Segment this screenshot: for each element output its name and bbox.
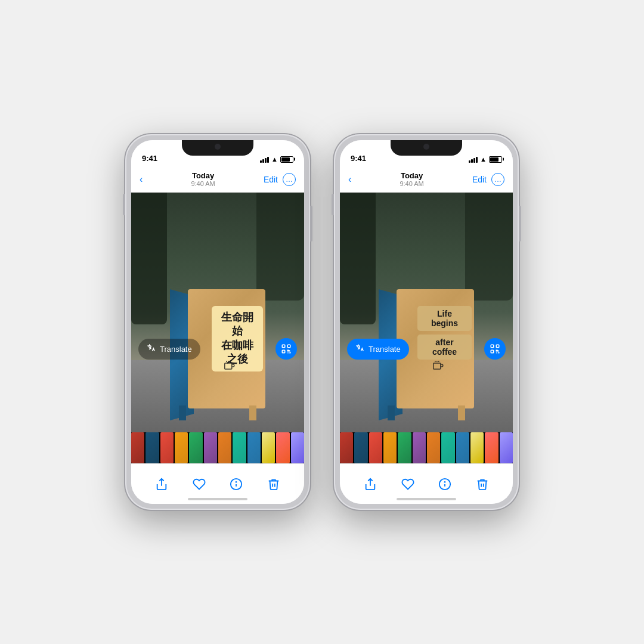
wifi-icon-right: ▲ <box>480 156 487 163</box>
english-line1: Life begins <box>417 306 472 331</box>
thumb-5[interactable] <box>189 432 202 463</box>
status-time-right: 9:41 <box>351 154 366 163</box>
rthumb-1[interactable] <box>340 432 353 463</box>
thumb-11[interactable] <box>276 432 289 463</box>
svg-rect-11 <box>434 363 441 369</box>
thumb-12[interactable] <box>291 432 304 463</box>
nav-center-left: Today 9:40 AM <box>191 171 215 187</box>
svg-rect-17 <box>491 350 494 353</box>
signal-icon-left <box>260 156 269 163</box>
bg-tree-left-r <box>340 193 376 324</box>
more-icon-left: … <box>286 175 293 184</box>
sign-foot-right-r <box>458 405 465 420</box>
nav-title-right: Today <box>400 171 423 180</box>
back-icon-right: ‹ <box>348 174 351 185</box>
info-button-right[interactable] <box>436 476 453 493</box>
back-icon-left: ‹ <box>140 174 143 185</box>
rthumb-4[interactable] <box>383 432 397 463</box>
status-icons-right: ▲ <box>469 156 502 163</box>
nav-title-left: Today <box>191 171 215 180</box>
rthumb-2[interactable] <box>354 432 367 463</box>
nav-bar-right: ‹ Today 9:40 AM Edit … <box>340 166 513 193</box>
rthumb-9[interactable] <box>456 432 469 463</box>
rthumb-5[interactable] <box>398 432 411 463</box>
like-button-left[interactable] <box>191 476 208 493</box>
svg-rect-15 <box>491 345 494 348</box>
bg-tree-right <box>256 193 304 301</box>
thumb-3[interactable] <box>160 432 174 463</box>
coffee-icon-left <box>222 358 237 376</box>
nav-more-right[interactable]: … <box>491 173 504 186</box>
photo-area-left: 生命開始 在咖啡之後 <box>131 193 304 432</box>
nav-edit-left[interactable]: Edit <box>264 175 278 184</box>
thumb-10[interactable] <box>262 432 275 463</box>
thumb-2[interactable] <box>145 432 159 463</box>
photo-strip-left[interactable] <box>131 432 304 463</box>
thumb-8[interactable] <box>233 432 246 463</box>
sign-foot-right-l <box>249 405 256 420</box>
rthumb-11[interactable] <box>485 432 498 463</box>
rthumb-6[interactable] <box>413 432 426 463</box>
like-button-right[interactable] <box>400 476 416 493</box>
more-icon-right: … <box>494 175 501 184</box>
photo-scene-right: Life begins after coffee <box>340 193 513 432</box>
nav-more-left[interactable]: … <box>283 173 296 186</box>
svg-rect-6 <box>282 350 285 353</box>
delete-button-left[interactable] <box>265 476 282 493</box>
share-button-left[interactable] <box>153 476 170 493</box>
thumb-9[interactable] <box>247 432 261 463</box>
notch-left <box>182 140 253 156</box>
info-button-left[interactable] <box>228 476 244 493</box>
nav-subtitle-left: 9:40 AM <box>191 180 215 187</box>
nav-actions-right: Edit … <box>472 173 504 186</box>
coffee-icon-right <box>431 358 445 376</box>
svg-rect-16 <box>496 345 499 348</box>
photo-scene-left: 生命開始 在咖啡之後 <box>131 193 304 432</box>
scan-button-right[interactable] <box>484 338 506 360</box>
svg-rect-4 <box>282 345 285 348</box>
rthumb-10[interactable] <box>470 432 484 463</box>
thumb-6[interactable] <box>204 432 217 463</box>
share-button-right[interactable] <box>362 476 379 493</box>
svg-rect-5 <box>287 345 290 348</box>
rthumb-7[interactable] <box>427 432 440 463</box>
battery-icon-right <box>489 156 502 163</box>
thumb-7[interactable] <box>218 432 231 463</box>
home-indicator-left <box>188 498 247 500</box>
bg-tree-left <box>131 193 167 324</box>
photo-strip-right[interactable] <box>340 432 513 463</box>
battery-icon-left <box>280 156 293 163</box>
phone-screen-right: 9:41 ▲ ‹ Today 9:40 AM <box>340 140 513 504</box>
rthumb-3[interactable] <box>369 432 382 463</box>
nav-edit-right[interactable]: Edit <box>472 175 487 184</box>
wifi-icon-left: ▲ <box>271 156 278 163</box>
translate-icon-left <box>147 343 156 355</box>
notch-right <box>391 140 462 156</box>
translate-button-right[interactable]: Translate <box>347 339 409 360</box>
thumb-4[interactable] <box>175 432 188 463</box>
chinese-line1: 生命開始 <box>218 311 257 339</box>
translate-label-left: Translate <box>160 345 192 354</box>
photo-area-right: Life begins after coffee <box>340 193 513 432</box>
translate-icon-right <box>355 343 365 355</box>
nav-actions-left: Edit … <box>264 173 296 186</box>
thumb-1[interactable] <box>131 432 144 463</box>
nav-back-right[interactable]: ‹ <box>348 174 351 185</box>
nav-back-left[interactable]: ‹ <box>140 174 143 185</box>
scan-button-left[interactable] <box>275 338 297 360</box>
translate-label-right: Translate <box>369 345 401 354</box>
phone-left: 9:41 ▲ ‹ Today 9:40 AM <box>125 134 310 510</box>
home-indicator-right <box>397 498 456 500</box>
bg-tree-right-r <box>465 193 513 301</box>
rthumb-12[interactable] <box>500 432 513 463</box>
nav-center-right: Today 9:40 AM <box>400 171 423 187</box>
translate-area-left: Translate <box>131 337 304 361</box>
nav-subtitle-right: 9:40 AM <box>400 180 423 187</box>
delete-button-right[interactable] <box>474 476 491 493</box>
svg-rect-0 <box>225 363 232 369</box>
status-icons-left: ▲ <box>260 156 293 163</box>
phone-right: 9:41 ▲ ‹ Today 9:40 AM <box>334 134 519 510</box>
rthumb-8[interactable] <box>441 432 454 463</box>
translate-button-left[interactable]: Translate <box>138 339 200 360</box>
sign-foot-left-l <box>179 405 186 420</box>
